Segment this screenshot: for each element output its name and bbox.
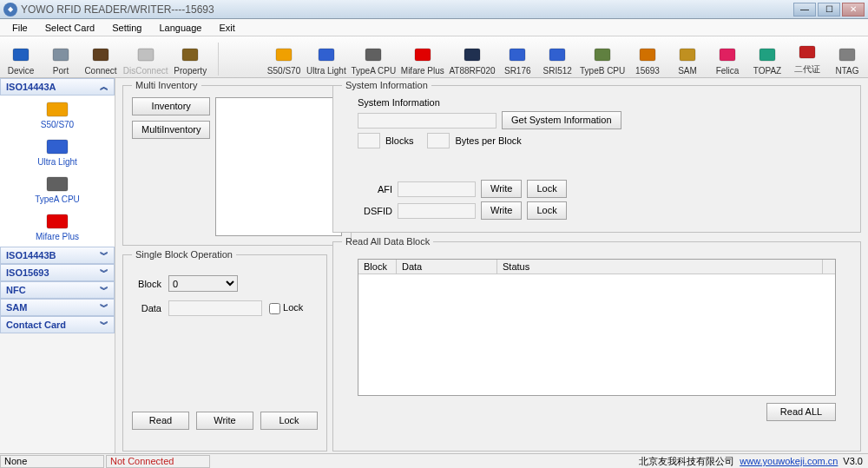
tool-card-sri512[interactable]: SRI512 — [542, 46, 573, 76]
data-block-group: Read All Data Block Block Data Status Re… — [332, 236, 861, 452]
sidebar-section-nfc[interactable]: NFC︾ — [0, 281, 115, 299]
svg-rect-18 — [839, 49, 855, 61]
sysinfo-field — [358, 113, 496, 129]
menu-file[interactable]: File — [3, 21, 36, 35]
status-bar: None Not Connected 北京友我科技有限公司 www.youwok… — [0, 453, 868, 468]
card-icon — [45, 101, 69, 118]
svg-rect-7 — [365, 49, 381, 61]
svg-rect-2 — [93, 49, 108, 61]
sidebar-section-contact card[interactable]: Contact Card︾ — [0, 316, 115, 333]
tool-card-mifare-plus-icon — [412, 46, 433, 65]
tool-device-icon — [10, 46, 31, 65]
afi-lock-button[interactable]: Lock — [527, 180, 566, 198]
menu-select-card[interactable]: Select Card — [36, 21, 103, 35]
menu-exit[interactable]: Exit — [210, 21, 243, 35]
sidebar-item-s50-s70[interactable]: S50/S70 — [0, 99, 115, 131]
close-button[interactable]: ✕ — [842, 3, 865, 16]
sb-write-button[interactable]: Write — [196, 412, 253, 430]
tool-property[interactable]: Property — [174, 46, 206, 76]
tool-card-sam-icon — [677, 46, 698, 65]
tool-card-topaz-label: TOPAZ — [753, 66, 781, 76]
svg-rect-19 — [47, 102, 68, 116]
dsfid-input[interactable] — [398, 203, 476, 219]
sidebar-item-ultra-light[interactable]: Ultra Light — [0, 136, 115, 168]
tool-card-15693[interactable]: 15693 — [632, 46, 663, 76]
data-input[interactable] — [168, 300, 262, 316]
inventory-button[interactable]: Inventory — [132, 97, 210, 115]
tool-card-sr176[interactable]: SR176 — [502, 46, 533, 76]
tool-card-topaz[interactable]: TOPAZ — [752, 46, 783, 76]
minimize-button[interactable]: — — [793, 3, 816, 16]
toolbar: DevicePortConnectDisConnectPropertyS50/S… — [0, 36, 868, 78]
menu-bar: File Select Card Setting Language Exit — [0, 19, 868, 36]
tool-card-typeb-cpu-label: TypeB CPU — [580, 66, 625, 76]
multi-inventory-button[interactable]: MultiInventory — [132, 121, 210, 139]
tool-card-at88rf020-label: AT88RF020 — [449, 66, 495, 76]
tool-card-typea-cpu[interactable]: TypeA CPU — [353, 46, 394, 76]
svg-rect-10 — [510, 49, 525, 61]
block-select[interactable]: 0 — [168, 275, 238, 292]
tool-card-at88rf020[interactable]: AT88RF020 — [451, 46, 494, 76]
tool-port-icon — [50, 46, 71, 65]
sidebar-section-iso15693[interactable]: ISO15693︾ — [0, 264, 115, 281]
tool-device[interactable]: Device — [5, 46, 36, 76]
tool-connect[interactable]: Connect — [85, 46, 116, 76]
sidebar-item-typea-cpu[interactable]: TypeA CPU — [0, 174, 115, 206]
afi-write-button[interactable]: Write — [481, 180, 522, 198]
tool-card-felica[interactable]: Felica — [712, 46, 743, 76]
tool-card-s50-s70[interactable]: S50/S70 — [268, 46, 299, 76]
menu-setting[interactable]: Setting — [103, 21, 150, 35]
sidebar-section-iso14443a[interactable]: ISO14443A︽ — [0, 78, 115, 96]
tool-card-typeb-cpu[interactable]: TypeB CPU — [582, 46, 623, 76]
dsfid-label: DSFID — [358, 206, 392, 216]
maximize-button[interactable]: ☐ — [818, 3, 840, 16]
data-block-table[interactable]: Block Data Status — [358, 259, 836, 396]
get-sysinfo-button[interactable]: Get System Information — [502, 111, 621, 129]
sb-read-button[interactable]: Read — [132, 412, 189, 430]
status-url[interactable]: www.youwokeji.com.cn — [740, 456, 838, 466]
tool-card-typeb-cpu-icon — [592, 46, 613, 65]
svg-rect-22 — [47, 214, 68, 228]
svg-rect-20 — [47, 140, 68, 154]
read-all-button[interactable]: Read ALL — [766, 403, 836, 421]
svg-rect-3 — [138, 49, 154, 61]
lock-checkbox[interactable] — [269, 303, 280, 314]
tool-card-sri512-label: SRI512 — [543, 66, 572, 76]
tool-property-icon — [180, 46, 201, 65]
lock-checkbox-label[interactable]: Lock — [269, 302, 303, 314]
sidebar-item-mifare-plus[interactable]: Mifare Plus — [0, 211, 115, 243]
sidebar-body-iso14443a: S50/S70Ultra LightTypeA CPUMifare Plus — [0, 96, 115, 247]
dsfid-lock-button[interactable]: Lock — [527, 201, 566, 220]
afi-input[interactable] — [398, 181, 476, 197]
tool-card---label: 二代证 — [794, 63, 820, 76]
svg-rect-12 — [595, 49, 610, 61]
tool-card-mifare-plus[interactable]: Mifare Plus — [403, 46, 443, 76]
tool-card-ultra-light[interactable]: Ultra Light — [308, 46, 345, 76]
svg-rect-21 — [47, 177, 68, 191]
inventory-listbox[interactable] — [215, 97, 342, 236]
sb-lock-button[interactable]: Lock — [260, 412, 318, 430]
menu-language[interactable]: Language — [150, 21, 210, 35]
bpb-field — [427, 133, 450, 148]
tool-card-felica-icon — [717, 46, 738, 65]
card-label: S50/S70 — [41, 120, 74, 129]
tool-disconnect: DisConnect — [125, 46, 166, 76]
window-title: YOWO RFID READER/WRITER----15693 — [21, 3, 214, 16]
tool-card-ntag[interactable]: NTAG — [832, 46, 863, 76]
chevron-icon: ︽ — [100, 81, 108, 93]
tool-card---icon — [797, 43, 818, 63]
tool-card-sam[interactable]: SAM — [672, 46, 703, 76]
sidebar-section-sam[interactable]: SAM︾ — [0, 299, 115, 316]
tool-disconnect-label: DisConnect — [123, 66, 168, 76]
svg-rect-14 — [680, 49, 695, 61]
tool-device-label: Device — [8, 66, 35, 76]
sidebar-section-title: Contact Card — [6, 320, 66, 330]
tool-card--[interactable]: 二代证 — [792, 43, 823, 76]
sidebar-section-iso14443b[interactable]: ISO14443B︾ — [0, 247, 115, 264]
data-block-legend: Read All Data Block — [342, 236, 433, 247]
chevron-icon: ︾ — [100, 319, 108, 331]
body: ISO14443A︽S50/S70Ultra LightTypeA CPUMif… — [0, 78, 868, 453]
dsfid-write-button[interactable]: Write — [481, 201, 522, 220]
card-label: TypeA CPU — [35, 194, 80, 204]
tool-port[interactable]: Port — [45, 46, 76, 76]
